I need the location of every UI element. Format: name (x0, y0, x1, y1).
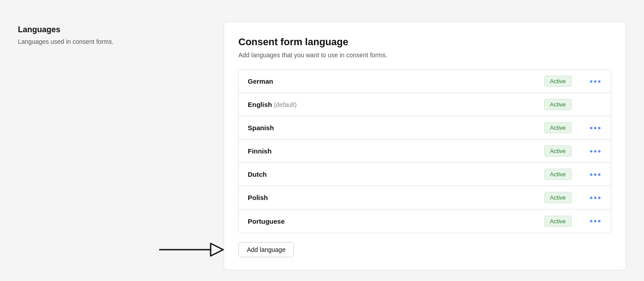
main-card: Consent form language Add languages that… (224, 21, 626, 270)
language-row: English(default)Active (239, 93, 611, 116)
add-language-section: Add language (238, 242, 611, 257)
more-options-button[interactable]: ••• (589, 170, 602, 179)
language-row: PortugueseActive••• (239, 209, 611, 233)
language-table: GermanActive•••English(default)ActiveSpa… (238, 69, 611, 233)
status-badge: Active (544, 192, 572, 203)
language-name: Finnish (248, 147, 544, 155)
section-title: Languages (18, 25, 206, 34)
left-panel: Languages Languages used in consent form… (18, 21, 206, 45)
language-row: SpanishActive••• (239, 116, 611, 140)
language-row: FinnishActive••• (239, 140, 611, 163)
add-language-button[interactable]: Add language (238, 242, 294, 257)
status-badge: Active (544, 76, 572, 87)
page-layout: Languages Languages used in consent form… (0, 21, 644, 270)
language-name: English(default) (248, 101, 544, 108)
language-name: Spanish (248, 124, 544, 132)
arrow-annotation (158, 239, 225, 260)
status-badge: Active (544, 122, 572, 133)
more-options-button[interactable]: ••• (589, 217, 602, 226)
status-badge: Active (544, 145, 572, 157)
card-title: Consent form language (238, 36, 611, 48)
language-name: German (248, 77, 544, 85)
language-row: DutchActive••• (239, 163, 611, 186)
language-name: Polish (248, 194, 544, 201)
default-label: (default) (274, 101, 297, 108)
more-options-button[interactable]: ••• (589, 193, 602, 202)
more-options-button[interactable]: ••• (589, 77, 602, 86)
language-row: GermanActive••• (239, 70, 611, 93)
language-row: PolishActive••• (239, 186, 611, 209)
card-subtitle: Add languages that you want to use in co… (238, 51, 611, 59)
language-name: Portuguese (248, 217, 544, 225)
language-name: Dutch (248, 170, 544, 178)
arrow-icon (158, 239, 225, 260)
more-options-button[interactable]: ••• (589, 123, 602, 132)
section-description: Languages used in consent forms. (18, 38, 206, 45)
status-badge: Active (544, 216, 572, 227)
status-badge: Active (544, 99, 572, 110)
status-badge: Active (544, 169, 572, 180)
more-options-button[interactable]: ••• (589, 147, 602, 156)
